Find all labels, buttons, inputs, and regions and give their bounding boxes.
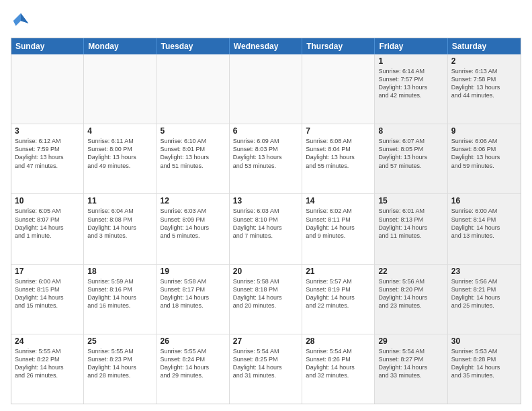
calendar-cell [302,54,375,124]
calendar-cell: 2Sunrise: 6:13 AMSunset: 7:58 PMDaylight… [448,54,521,124]
cell-content: Sunrise: 5:54 AMSunset: 8:27 PMDaylight:… [378,347,443,380]
cell-content: Sunrise: 6:00 AMSunset: 8:14 PMDaylight:… [451,207,517,240]
logo [11,11,34,31]
cell-content: Sunrise: 6:06 AMSunset: 8:06 PMDaylight:… [451,137,517,170]
cell-content: Sunrise: 5:55 AMSunset: 8:23 PMDaylight:… [87,347,152,380]
calendar-cell: 26Sunrise: 5:55 AMSunset: 8:24 PMDayligh… [157,334,230,404]
day-number: 3 [15,126,80,136]
calendar-row-4: 17Sunrise: 6:00 AMSunset: 8:15 PMDayligh… [11,264,521,334]
calendar-cell: 23Sunrise: 5:56 AMSunset: 8:21 PMDayligh… [448,265,521,334]
calendar-cell: 16Sunrise: 6:00 AMSunset: 8:14 PMDayligh… [448,194,521,263]
day-number: 4 [87,126,152,136]
cell-content: Sunrise: 5:55 AMSunset: 8:22 PMDaylight:… [15,347,80,380]
header-cell-saturday: Saturday [448,38,521,54]
calendar-cell: 1Sunrise: 6:14 AMSunset: 7:57 PMDaylight… [375,54,447,124]
header-cell-wednesday: Wednesday [230,38,302,54]
day-number: 17 [15,267,80,276]
calendar-cell: 21Sunrise: 5:57 AMSunset: 8:19 PMDayligh… [302,265,375,334]
cell-content: Sunrise: 5:59 AMSunset: 8:16 PMDaylight:… [87,277,152,310]
day-number: 8 [378,126,443,136]
cell-content: Sunrise: 6:01 AMSunset: 8:13 PMDaylight:… [378,207,443,240]
calendar-cell: 28Sunrise: 5:54 AMSunset: 8:26 PMDayligh… [302,334,375,404]
day-number: 20 [233,267,298,276]
calendar-cell: 17Sunrise: 6:00 AMSunset: 8:15 PMDayligh… [11,265,84,334]
logo-icon [11,11,31,31]
calendar-cell: 6Sunrise: 6:09 AMSunset: 8:03 PMDaylight… [230,124,302,193]
calendar-cell: 9Sunrise: 6:06 AMSunset: 8:06 PMDaylight… [448,124,521,193]
calendar-cell [11,54,84,124]
day-number: 11 [87,196,152,205]
header-cell-friday: Friday [375,38,447,54]
day-number: 18 [87,267,152,276]
day-number: 7 [306,126,371,136]
calendar-cell: 5Sunrise: 6:10 AMSunset: 8:01 PMDaylight… [157,124,230,193]
cell-content: Sunrise: 5:58 AMSunset: 8:18 PMDaylight:… [233,277,298,310]
cell-content: Sunrise: 5:55 AMSunset: 8:24 PMDaylight:… [161,347,226,380]
calendar-header: SundayMondayTuesdayWednesdayThursdayFrid… [11,38,521,54]
calendar-cell: 13Sunrise: 6:03 AMSunset: 8:10 PMDayligh… [230,194,302,263]
cell-content: Sunrise: 6:00 AMSunset: 8:15 PMDaylight:… [15,277,80,310]
day-number: 1 [378,56,443,66]
day-number: 16 [451,196,517,205]
cell-content: Sunrise: 6:04 AMSunset: 8:08 PMDaylight:… [87,207,152,240]
cell-content: Sunrise: 6:11 AMSunset: 8:00 PMDaylight:… [87,137,152,170]
cell-content: Sunrise: 5:54 AMSunset: 8:26 PMDaylight:… [306,347,371,380]
calendar-cell: 22Sunrise: 5:56 AMSunset: 8:20 PMDayligh… [375,265,447,334]
calendar-cell: 11Sunrise: 6:04 AMSunset: 8:08 PMDayligh… [84,194,157,263]
day-number: 9 [451,126,517,136]
calendar-cell: 19Sunrise: 5:58 AMSunset: 8:17 PMDayligh… [157,265,230,334]
cell-content: Sunrise: 6:13 AMSunset: 7:58 PMDaylight:… [451,67,517,100]
day-number: 26 [161,336,226,346]
calendar-cell [230,54,302,124]
day-number: 22 [378,267,443,276]
calendar-row-3: 10Sunrise: 6:05 AMSunset: 8:07 PMDayligh… [11,193,521,263]
day-number: 27 [233,336,298,346]
cell-content: Sunrise: 5:56 AMSunset: 8:21 PMDaylight:… [451,277,517,310]
calendar-cell: 27Sunrise: 5:54 AMSunset: 8:25 PMDayligh… [230,334,302,404]
calendar-row-2: 3Sunrise: 6:12 AMSunset: 7:59 PMDaylight… [11,124,521,193]
calendar-cell: 14Sunrise: 6:02 AMSunset: 8:11 PMDayligh… [302,194,375,263]
cell-content: Sunrise: 6:05 AMSunset: 8:07 PMDaylight:… [15,207,80,240]
day-number: 21 [306,267,371,276]
calendar-cell [84,54,157,124]
calendar-cell: 10Sunrise: 6:05 AMSunset: 8:07 PMDayligh… [11,194,84,263]
cell-content: Sunrise: 6:12 AMSunset: 7:59 PMDaylight:… [15,137,80,170]
cell-content: Sunrise: 6:08 AMSunset: 8:04 PMDaylight:… [306,137,371,170]
cell-content: Sunrise: 6:03 AMSunset: 8:10 PMDaylight:… [233,207,298,240]
day-number: 30 [451,336,517,346]
header-cell-sunday: Sunday [11,38,84,54]
day-number: 19 [161,267,226,276]
header [11,11,521,31]
cell-content: Sunrise: 5:58 AMSunset: 8:17 PMDaylight:… [161,277,226,310]
calendar-cell: 29Sunrise: 5:54 AMSunset: 8:27 PMDayligh… [375,334,447,404]
cell-content: Sunrise: 5:53 AMSunset: 8:28 PMDaylight:… [451,347,517,380]
calendar-cell: 18Sunrise: 5:59 AMSunset: 8:16 PMDayligh… [84,265,157,334]
day-number: 5 [161,126,226,136]
header-cell-monday: Monday [84,38,157,54]
day-number: 15 [378,196,443,205]
cell-content: Sunrise: 5:57 AMSunset: 8:19 PMDaylight:… [306,277,371,310]
calendar-cell: 3Sunrise: 6:12 AMSunset: 7:59 PMDaylight… [11,124,84,193]
calendar-cell: 8Sunrise: 6:07 AMSunset: 8:05 PMDaylight… [375,124,447,193]
svg-marker-1 [21,13,28,24]
day-number: 13 [233,196,298,205]
calendar-row-1: 1Sunrise: 6:14 AMSunset: 7:57 PMDaylight… [11,54,521,124]
cell-content: Sunrise: 5:56 AMSunset: 8:20 PMDaylight:… [378,277,443,310]
page: SundayMondayTuesdayWednesdayThursdayFrid… [0,0,532,411]
day-number: 2 [451,56,517,66]
calendar-cell: 30Sunrise: 5:53 AMSunset: 8:28 PMDayligh… [448,334,521,404]
cell-content: Sunrise: 6:14 AMSunset: 7:57 PMDaylight:… [378,67,443,100]
cell-content: Sunrise: 6:10 AMSunset: 8:01 PMDaylight:… [161,137,226,170]
calendar-cell [157,54,230,124]
header-cell-tuesday: Tuesday [157,38,230,54]
day-number: 10 [15,196,80,205]
calendar: SundayMondayTuesdayWednesdayThursdayFrid… [11,38,521,404]
header-cell-thursday: Thursday [302,38,375,54]
day-number: 24 [15,336,80,346]
calendar-cell: 24Sunrise: 5:55 AMSunset: 8:22 PMDayligh… [11,334,84,404]
cell-content: Sunrise: 6:02 AMSunset: 8:11 PMDaylight:… [306,207,371,240]
calendar-cell: 15Sunrise: 6:01 AMSunset: 8:13 PMDayligh… [375,194,447,263]
day-number: 14 [306,196,371,205]
calendar-body: 1Sunrise: 6:14 AMSunset: 7:57 PMDaylight… [11,54,521,404]
day-number: 28 [306,336,371,346]
